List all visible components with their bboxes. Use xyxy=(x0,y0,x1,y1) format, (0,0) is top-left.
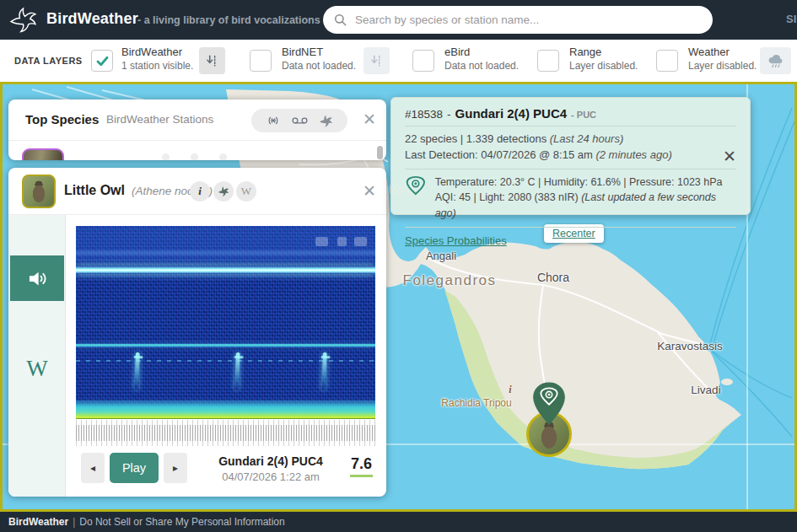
divider xyxy=(405,169,736,169)
top-species-panel: Top Species BirdWeather Stations ✕ xyxy=(8,99,386,160)
top-species-header: Top Species BirdWeather Stations ✕ xyxy=(8,99,386,141)
next-detection-button[interactable]: ▸ xyxy=(164,453,187,483)
spectrogram-overlay-glyph xyxy=(337,237,347,246)
map-label-rachidia-tripou: Rachidia Tripou xyxy=(441,397,511,409)
panel-scrollbar[interactable] xyxy=(377,146,383,159)
layer-label-ebird[interactable]: eBird xyxy=(444,46,470,58)
rain-cloud-icon xyxy=(767,52,784,70)
mode-toggle-group[interactable] xyxy=(251,109,347,132)
env-readings-line1: Temperature: 20.3° C | Humidity: 61.6% |… xyxy=(435,175,736,191)
species-probabilities-link[interactable]: Species Probabilities xyxy=(405,234,507,247)
layer-checkbox-ebird[interactable] xyxy=(412,50,434,72)
load-birdnet-data-button[interactable] xyxy=(363,47,390,74)
spectrogram-line xyxy=(76,344,375,347)
load-data-icon xyxy=(204,53,220,69)
search-bar[interactable] xyxy=(323,6,713,34)
previous-detection-button[interactable]: ◂ xyxy=(81,453,105,483)
wikipedia-icon: W xyxy=(26,356,47,382)
layer-label-birdweather[interactable]: BirdWeather xyxy=(121,46,182,58)
map-islet xyxy=(721,379,733,385)
footer-separator: | xyxy=(73,516,75,528)
divider xyxy=(405,126,736,126)
detection-score: 7.6 xyxy=(350,455,373,477)
load-birdweather-data-button[interactable] xyxy=(199,47,225,74)
play-button[interactable]: Play xyxy=(110,453,159,483)
layer-label-range[interactable]: Range xyxy=(569,46,601,58)
owl-call-mark xyxy=(134,352,140,390)
info-button[interactable]: i xyxy=(190,181,210,202)
station-stats-note: (Last 24 hours) xyxy=(550,132,623,145)
next-icon: ▸ xyxy=(173,462,178,474)
layer-status-birdnet: Data not loaded. xyxy=(282,60,356,72)
loading-dot xyxy=(162,153,170,160)
owl-call-mark xyxy=(321,352,327,390)
waveform-lines xyxy=(76,420,375,445)
station-id: #18538 xyxy=(405,108,443,121)
layer-status-weather: Layer disabled. xyxy=(688,60,757,72)
hummingbird-icon xyxy=(218,185,229,197)
map-container[interactable]: Angali Folegandros Chora Karavostasis Li… xyxy=(0,82,797,512)
load-data-icon xyxy=(369,53,385,69)
checkmark-icon xyxy=(95,54,110,68)
species-detail-header: Little Owl (Athene noctua) i W ✕ xyxy=(8,168,386,215)
layer-checkbox-weather[interactable] xyxy=(656,50,678,72)
search-input[interactable] xyxy=(355,13,703,26)
env-readings-line2: AQI: 45 | Light: 2080 (383 nIR) xyxy=(435,191,579,203)
spectrogram-faint-band xyxy=(76,250,375,255)
broadcast-icon[interactable] xyxy=(266,113,281,128)
spectrogram-overlay-glyph xyxy=(315,237,328,246)
data-layers-bar: DATA LAYERS BirdWeather 1 station visibl… xyxy=(0,40,797,82)
layer-label-weather[interactable]: Weather xyxy=(688,46,730,58)
speaker-icon xyxy=(26,267,49,290)
station-stats: 22 species | 1.339 detections xyxy=(405,132,547,145)
top-species-subtitle: BirdWeather Stations xyxy=(106,113,213,126)
map-label-chora: Chora xyxy=(537,271,569,284)
species-panel-close-icon[interactable]: ✕ xyxy=(363,183,376,199)
loading-dot xyxy=(191,153,198,160)
layer-checkbox-range[interactable] xyxy=(537,50,559,72)
station-type-badge: - PUC xyxy=(571,110,596,120)
separator: - xyxy=(447,108,451,121)
spectrogram-dotted-line xyxy=(76,360,375,362)
last-detection: Last Detection: 04/07/2026 @ 8:15 am xyxy=(405,148,593,161)
layer-checkbox-birdnet[interactable] xyxy=(250,50,272,72)
birdweather-logo-icon[interactable] xyxy=(9,6,37,34)
sensor-logo-icon xyxy=(405,175,427,196)
last-detection-note: (2 minutes ago) xyxy=(595,148,671,161)
footer-brand: BirdWeather xyxy=(8,516,68,528)
species-panel-sidebar: W xyxy=(8,215,66,497)
map-label-angali: Angali xyxy=(426,250,456,262)
map-label-karavostasis: Karavostasis xyxy=(657,340,722,352)
wikipedia-icon: W xyxy=(241,185,251,198)
bird-icon[interactable] xyxy=(319,114,333,128)
layer-status-range: Layer disabled. xyxy=(569,60,638,72)
top-header: BirdWeather - a living library of bird v… xyxy=(0,0,797,40)
brand-tagline: - a living library of bird vocalizations xyxy=(137,14,320,26)
popup-close-icon[interactable]: ✕ xyxy=(723,147,736,166)
tab-wikipedia[interactable]: W xyxy=(8,355,66,382)
footer-bar: BirdWeather | Do Not Sell or Share My Pe… xyxy=(0,512,797,532)
layer-status-ebird: Data not loaded. xyxy=(444,60,519,72)
species-common-name: Little Owl xyxy=(64,183,125,198)
birdweather-species-button[interactable] xyxy=(213,181,234,202)
voicemail-icon[interactable] xyxy=(292,116,308,126)
spectrogram-lowfreq-band xyxy=(76,400,375,419)
signin-link[interactable]: SI xyxy=(786,13,796,25)
privacy-link[interactable]: Do Not Sell or Share My Personal Informa… xyxy=(79,516,284,528)
divider xyxy=(405,227,736,228)
wikipedia-button[interactable]: W xyxy=(236,181,256,202)
tab-audio-selected[interactable] xyxy=(10,255,64,301)
audio-spectrogram[interactable] xyxy=(76,226,375,419)
weather-layer-button[interactable] xyxy=(760,47,791,74)
detection-info: Gundari 2(4) PUC4 04/07/2026 1:22 am xyxy=(198,454,343,483)
top-species-close-icon[interactable]: ✕ xyxy=(363,111,376,127)
station-popup: #18538 - Gundari 2(4) PUC4 - PUC 22 spec… xyxy=(390,97,751,215)
species-thumbnail[interactable] xyxy=(22,148,64,160)
station-name[interactable]: Gundari 2(4) PUC4 xyxy=(455,106,568,121)
audio-waveform[interactable] xyxy=(76,419,375,447)
station-map-pin[interactable] xyxy=(532,381,566,427)
layer-label-birdnet[interactable]: BirdNET xyxy=(282,46,323,58)
species-photo-thumbnail[interactable] xyxy=(22,175,56,208)
layer-checkbox-birdweather[interactable] xyxy=(91,50,113,72)
brand-title[interactable]: BirdWeather xyxy=(46,10,138,28)
